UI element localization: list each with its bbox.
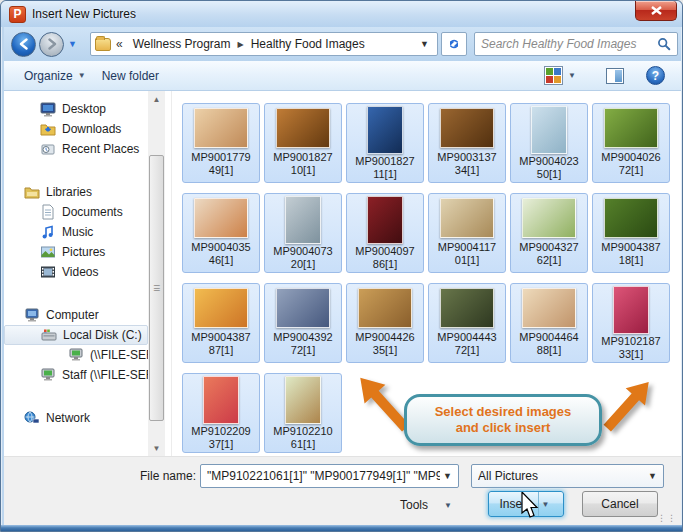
forward-button[interactable]	[39, 32, 64, 57]
file-tile[interactable]: MP900313734[1]	[428, 103, 506, 183]
back-button[interactable]	[11, 32, 36, 57]
preview-pane-button[interactable]	[598, 64, 632, 88]
file-tile[interactable]: MP900403546[1]	[182, 193, 260, 273]
file-tile[interactable]: MP900438787[1]	[182, 283, 260, 363]
organize-label: Organize	[24, 69, 73, 83]
tools-button[interactable]: Tools ▼	[392, 493, 460, 517]
sidebar-item-pictures[interactable]: Pictures	[4, 242, 148, 262]
folder-icon	[95, 38, 111, 51]
file-thumbnail	[604, 108, 658, 148]
videos-icon	[40, 264, 56, 280]
file-thumbnail	[367, 196, 403, 244]
refresh-icon	[447, 37, 461, 51]
search-input[interactable]	[481, 37, 657, 51]
file-name-combobox[interactable]: "MP910221061[1]" "MP900177949[1]" "MP900…	[200, 464, 459, 488]
file-name-line2: 86[1]	[373, 258, 397, 271]
file-tile[interactable]: MP910218733[1]	[592, 283, 670, 363]
sidebar-item-label: Libraries	[46, 185, 92, 199]
question-mark-icon: ?	[652, 69, 659, 83]
file-name-line2: 10[1]	[291, 164, 315, 177]
change-view-button[interactable]: ▼	[536, 62, 584, 89]
views-icon	[544, 66, 563, 85]
resize-grip[interactable]: ⋮⋮	[657, 513, 677, 523]
file-tile[interactable]: MP900182711[1]	[346, 103, 424, 183]
file-name-line1: MP9001779	[191, 151, 250, 164]
sidebar-item-libraries[interactable]: Libraries	[4, 182, 148, 202]
file-name-line1: MP9004387	[191, 331, 250, 344]
breadcrumb-segment[interactable]: Wellness Program	[129, 35, 235, 53]
file-tile[interactable]: MP900432762[1]	[510, 193, 588, 273]
file-name-line1: MP9001827	[355, 155, 414, 168]
sidebar-item-computer[interactable]: Computer	[4, 305, 148, 325]
file-type-combobox[interactable]: All Pictures ▼	[471, 464, 664, 488]
file-name-line1: MP9004464	[519, 331, 578, 344]
file-name-line2: 88[1]	[537, 344, 561, 357]
file-tile[interactable]: MP900402350[1]	[510, 103, 588, 183]
sidebar-item-recent-places[interactable]: Recent Places	[4, 139, 148, 159]
sidebar-item-label: Desktop	[62, 102, 106, 116]
file-tile[interactable]: MP910221061[1]	[264, 373, 342, 453]
sidebar-item-staff-file-serv[interactable]: Staff (\\FILE-SERV	[4, 365, 148, 385]
file-tile[interactable]: MP900439272[1]	[264, 283, 342, 363]
file-tile[interactable]: MP900442635[1]	[346, 283, 424, 363]
file-name-line1: MP9004117	[438, 241, 497, 254]
file-name-line1: MP9004073	[273, 245, 332, 258]
scrollbar-thumb[interactable]: ☰	[149, 155, 164, 421]
sidebar-item-downloads[interactable]: Downloads	[4, 119, 148, 139]
close-button[interactable]	[635, 1, 677, 21]
chevron-down-icon[interactable]: ▼	[645, 471, 660, 481]
file-name-line2: 20[1]	[291, 258, 315, 271]
sidebar-scrollbar[interactable]: ▲ ☰ ▼	[148, 91, 165, 456]
breadcrumb-dropdown-icon[interactable]: ▼	[416, 39, 433, 49]
file-tile[interactable]: MP900177949[1]	[182, 103, 260, 183]
sidebar-item-documents[interactable]: Documents	[4, 202, 148, 222]
callout-line1: Select desired images	[435, 404, 572, 420]
recent-locations-chevron-icon[interactable]: ▼	[68, 39, 77, 49]
breadcrumb-segment[interactable]: Healthy Food Images	[247, 35, 369, 53]
file-tile[interactable]: MP900446488[1]	[510, 283, 588, 363]
file-tile[interactable]: MP900402672[1]	[592, 103, 670, 183]
file-tile[interactable]: MP900438718[1]	[592, 193, 670, 273]
title-bar[interactable]: P Insert New Pictures	[1, 1, 682, 27]
file-list: MP900177949[1]MP900182710[1]MP900182711[…	[171, 91, 681, 456]
organize-button[interactable]: Organize ▼	[16, 65, 94, 87]
file-tile[interactable]: MP900411701[1]	[428, 193, 506, 273]
file-name-line1: MP9004426	[355, 331, 414, 344]
sidebar-item-desktop[interactable]: Desktop	[4, 99, 148, 119]
breadcrumb-separator-icon: ▶	[235, 40, 247, 49]
file-tile[interactable]: MP900182710[1]	[264, 103, 342, 183]
file-thumbnail	[276, 108, 330, 148]
chevron-down-icon[interactable]: ▼	[440, 471, 455, 481]
file-tile[interactable]: MP910220937[1]	[182, 373, 260, 453]
file-tile[interactable]: MP900409786[1]	[346, 193, 424, 273]
sidebar-item-music[interactable]: Music	[4, 222, 148, 242]
file-tile[interactable]: MP900407320[1]	[264, 193, 342, 273]
file-thumbnail	[440, 288, 494, 328]
breadcrumb[interactable]: « Wellness Program▶Healthy Food Images ▼	[90, 32, 438, 56]
local-disk-icon	[41, 327, 57, 343]
scroll-down-icon[interactable]: ▼	[148, 440, 165, 456]
mouse-cursor-icon	[521, 492, 543, 520]
cancel-button[interactable]: Cancel	[582, 491, 658, 517]
chevron-down-icon: ▼	[78, 71, 86, 80]
sidebar-item-local-disk-c[interactable]: Local Disk (C:)	[4, 325, 148, 345]
search-icon[interactable]	[657, 37, 671, 51]
breadcrumb-root-chevron[interactable]: «	[116, 37, 123, 51]
sidebar-item-file-serv[interactable]: (\\FILE-SERV	[4, 345, 148, 365]
file-tile[interactable]: MP900444372[1]	[428, 283, 506, 363]
sidebar-item-network[interactable]: Network	[4, 408, 148, 428]
scroll-up-icon[interactable]: ▲	[148, 91, 165, 107]
callout-arrow-right-icon	[603, 372, 653, 438]
help-button[interactable]: ?	[646, 66, 665, 85]
file-thumbnail	[276, 288, 330, 328]
file-name-line1: MP9004327	[519, 241, 578, 254]
file-name-line2: 72[1]	[291, 344, 315, 357]
new-folder-button[interactable]: New folder	[94, 65, 167, 87]
pictures-icon	[40, 244, 56, 260]
refresh-button[interactable]	[441, 32, 467, 56]
command-toolbar: Organize ▼ New folder ▼ ?	[4, 61, 681, 91]
sidebar-item-videos[interactable]: Videos	[4, 262, 148, 282]
file-thumbnail	[522, 288, 576, 328]
callout-arrow-left-icon	[355, 367, 411, 439]
file-name-line1: MP9102209	[191, 425, 250, 438]
